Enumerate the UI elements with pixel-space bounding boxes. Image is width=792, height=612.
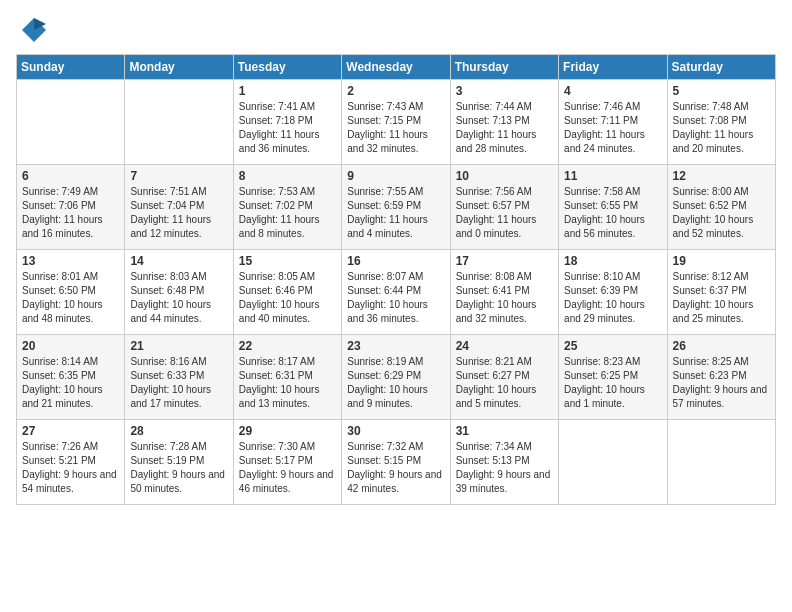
day-cell: 7Sunrise: 7:51 AMSunset: 7:04 PMDaylight…: [125, 165, 233, 250]
daylight-text: Daylight: 10 hours and 44 minutes.: [130, 298, 227, 326]
daylight-text: Daylight: 10 hours and 32 minutes.: [456, 298, 553, 326]
sunrise-text: Sunrise: 8:19 AM: [347, 355, 444, 369]
sunrise-text: Sunrise: 8:01 AM: [22, 270, 119, 284]
col-header-friday: Friday: [559, 55, 667, 80]
day-info: Sunrise: 7:28 AMSunset: 5:19 PMDaylight:…: [130, 440, 227, 496]
day-cell: 18Sunrise: 8:10 AMSunset: 6:39 PMDayligh…: [559, 250, 667, 335]
day-info: Sunrise: 7:51 AMSunset: 7:04 PMDaylight:…: [130, 185, 227, 241]
day-number: 16: [347, 254, 444, 268]
day-cell: 8Sunrise: 7:53 AMSunset: 7:02 PMDaylight…: [233, 165, 341, 250]
logo: [16, 16, 48, 44]
sunset-text: Sunset: 6:50 PM: [22, 284, 119, 298]
day-info: Sunrise: 8:05 AMSunset: 6:46 PMDaylight:…: [239, 270, 336, 326]
day-cell: 4Sunrise: 7:46 AMSunset: 7:11 PMDaylight…: [559, 80, 667, 165]
day-number: 10: [456, 169, 553, 183]
day-number: 3: [456, 84, 553, 98]
day-number: 25: [564, 339, 661, 353]
sunset-text: Sunset: 6:31 PM: [239, 369, 336, 383]
day-info: Sunrise: 8:17 AMSunset: 6:31 PMDaylight:…: [239, 355, 336, 411]
day-info: Sunrise: 8:01 AMSunset: 6:50 PMDaylight:…: [22, 270, 119, 326]
day-info: Sunrise: 7:56 AMSunset: 6:57 PMDaylight:…: [456, 185, 553, 241]
daylight-text: Daylight: 11 hours and 24 minutes.: [564, 128, 661, 156]
day-info: Sunrise: 7:44 AMSunset: 7:13 PMDaylight:…: [456, 100, 553, 156]
day-number: 1: [239, 84, 336, 98]
sunrise-text: Sunrise: 8:17 AM: [239, 355, 336, 369]
day-number: 2: [347, 84, 444, 98]
sunrise-text: Sunrise: 7:51 AM: [130, 185, 227, 199]
col-header-saturday: Saturday: [667, 55, 775, 80]
day-cell: 27Sunrise: 7:26 AMSunset: 5:21 PMDayligh…: [17, 420, 125, 505]
day-number: 30: [347, 424, 444, 438]
daylight-text: Daylight: 10 hours and 13 minutes.: [239, 383, 336, 411]
sunset-text: Sunset: 6:55 PM: [564, 199, 661, 213]
daylight-text: Daylight: 10 hours and 17 minutes.: [130, 383, 227, 411]
daylight-text: Daylight: 9 hours and 46 minutes.: [239, 468, 336, 496]
day-number: 18: [564, 254, 661, 268]
sunset-text: Sunset: 5:17 PM: [239, 454, 336, 468]
day-info: Sunrise: 8:16 AMSunset: 6:33 PMDaylight:…: [130, 355, 227, 411]
day-info: Sunrise: 8:23 AMSunset: 6:25 PMDaylight:…: [564, 355, 661, 411]
day-info: Sunrise: 7:46 AMSunset: 7:11 PMDaylight:…: [564, 100, 661, 156]
day-info: Sunrise: 8:19 AMSunset: 6:29 PMDaylight:…: [347, 355, 444, 411]
day-number: 11: [564, 169, 661, 183]
day-cell: 10Sunrise: 7:56 AMSunset: 6:57 PMDayligh…: [450, 165, 558, 250]
day-number: 7: [130, 169, 227, 183]
sunset-text: Sunset: 5:19 PM: [130, 454, 227, 468]
day-cell: 14Sunrise: 8:03 AMSunset: 6:48 PMDayligh…: [125, 250, 233, 335]
day-cell: 9Sunrise: 7:55 AMSunset: 6:59 PMDaylight…: [342, 165, 450, 250]
daylight-text: Daylight: 10 hours and 36 minutes.: [347, 298, 444, 326]
sunset-text: Sunset: 5:15 PM: [347, 454, 444, 468]
daylight-text: Daylight: 10 hours and 5 minutes.: [456, 383, 553, 411]
daylight-text: Daylight: 11 hours and 4 minutes.: [347, 213, 444, 241]
sunset-text: Sunset: 5:21 PM: [22, 454, 119, 468]
day-number: 8: [239, 169, 336, 183]
week-row-0: 1Sunrise: 7:41 AMSunset: 7:18 PMDaylight…: [17, 80, 776, 165]
sunrise-text: Sunrise: 7:55 AM: [347, 185, 444, 199]
day-info: Sunrise: 7:26 AMSunset: 5:21 PMDaylight:…: [22, 440, 119, 496]
sunrise-text: Sunrise: 7:56 AM: [456, 185, 553, 199]
day-cell: 30Sunrise: 7:32 AMSunset: 5:15 PMDayligh…: [342, 420, 450, 505]
day-number: 28: [130, 424, 227, 438]
day-info: Sunrise: 7:34 AMSunset: 5:13 PMDaylight:…: [456, 440, 553, 496]
day-cell: [125, 80, 233, 165]
sunrise-text: Sunrise: 7:32 AM: [347, 440, 444, 454]
day-cell: 28Sunrise: 7:28 AMSunset: 5:19 PMDayligh…: [125, 420, 233, 505]
daylight-text: Daylight: 11 hours and 28 minutes.: [456, 128, 553, 156]
day-info: Sunrise: 8:25 AMSunset: 6:23 PMDaylight:…: [673, 355, 770, 411]
day-info: Sunrise: 8:00 AMSunset: 6:52 PMDaylight:…: [673, 185, 770, 241]
sunrise-text: Sunrise: 8:05 AM: [239, 270, 336, 284]
day-number: 29: [239, 424, 336, 438]
page-header: [16, 16, 776, 44]
header-row: SundayMondayTuesdayWednesdayThursdayFrid…: [17, 55, 776, 80]
day-info: Sunrise: 8:14 AMSunset: 6:35 PMDaylight:…: [22, 355, 119, 411]
day-cell: 19Sunrise: 8:12 AMSunset: 6:37 PMDayligh…: [667, 250, 775, 335]
week-row-4: 27Sunrise: 7:26 AMSunset: 5:21 PMDayligh…: [17, 420, 776, 505]
day-cell: [667, 420, 775, 505]
sunrise-text: Sunrise: 8:23 AM: [564, 355, 661, 369]
sunrise-text: Sunrise: 8:07 AM: [347, 270, 444, 284]
week-row-1: 6Sunrise: 7:49 AMSunset: 7:06 PMDaylight…: [17, 165, 776, 250]
day-cell: 26Sunrise: 8:25 AMSunset: 6:23 PMDayligh…: [667, 335, 775, 420]
day-info: Sunrise: 7:55 AMSunset: 6:59 PMDaylight:…: [347, 185, 444, 241]
day-number: 15: [239, 254, 336, 268]
week-row-2: 13Sunrise: 8:01 AMSunset: 6:50 PMDayligh…: [17, 250, 776, 335]
sunset-text: Sunset: 6:52 PM: [673, 199, 770, 213]
sunset-text: Sunset: 6:33 PM: [130, 369, 227, 383]
sunrise-text: Sunrise: 7:44 AM: [456, 100, 553, 114]
day-number: 21: [130, 339, 227, 353]
day-info: Sunrise: 7:49 AMSunset: 7:06 PMDaylight:…: [22, 185, 119, 241]
day-cell: 23Sunrise: 8:19 AMSunset: 6:29 PMDayligh…: [342, 335, 450, 420]
day-cell: 29Sunrise: 7:30 AMSunset: 5:17 PMDayligh…: [233, 420, 341, 505]
daylight-text: Daylight: 10 hours and 40 minutes.: [239, 298, 336, 326]
day-info: Sunrise: 7:58 AMSunset: 6:55 PMDaylight:…: [564, 185, 661, 241]
sunrise-text: Sunrise: 7:26 AM: [22, 440, 119, 454]
sunrise-text: Sunrise: 7:58 AM: [564, 185, 661, 199]
daylight-text: Daylight: 10 hours and 52 minutes.: [673, 213, 770, 241]
day-cell: 24Sunrise: 8:21 AMSunset: 6:27 PMDayligh…: [450, 335, 558, 420]
day-cell: 12Sunrise: 8:00 AMSunset: 6:52 PMDayligh…: [667, 165, 775, 250]
day-cell: 3Sunrise: 7:44 AMSunset: 7:13 PMDaylight…: [450, 80, 558, 165]
daylight-text: Daylight: 11 hours and 0 minutes.: [456, 213, 553, 241]
sunrise-text: Sunrise: 8:16 AM: [130, 355, 227, 369]
daylight-text: Daylight: 10 hours and 29 minutes.: [564, 298, 661, 326]
sunset-text: Sunset: 7:11 PM: [564, 114, 661, 128]
